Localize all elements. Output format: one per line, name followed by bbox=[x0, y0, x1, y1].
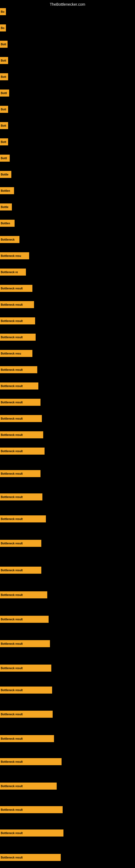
bar-5: Bott bbox=[0, 73, 8, 80]
bar-45: Bottleneck result bbox=[0, 854, 61, 861]
bar-41: Bottleneck result bbox=[0, 758, 61, 765]
bar-text-9: Bott bbox=[1, 141, 6, 144]
bar-11: Bottle bbox=[0, 171, 11, 178]
bar-22: Bottleneck resu bbox=[0, 350, 32, 357]
site-title: TheBottlenecker.com bbox=[0, 0, 135, 9]
bar-text-16: Bottleneck resu bbox=[1, 254, 21, 257]
bar-21: Bottleneck result bbox=[0, 334, 36, 341]
bar-text-25: Bottleneck result bbox=[1, 401, 23, 404]
bar-text-4: Bott bbox=[1, 59, 6, 62]
bar-text-22: Bottleneck resu bbox=[1, 352, 21, 355]
bar-text-13: Bottle bbox=[1, 206, 8, 209]
bar-text-17: Bottleneck re bbox=[1, 271, 18, 274]
bar-37: Bottleneck result bbox=[0, 686, 52, 693]
bar-text-42: Bottleneck result bbox=[1, 785, 23, 788]
bar-27: Bottleneck result bbox=[0, 431, 43, 438]
bar-text-11: Bottle bbox=[1, 173, 8, 176]
bar-20: Bottleneck result bbox=[0, 317, 35, 324]
bar-39: Bottleneck result bbox=[0, 711, 53, 718]
bar-28: Bottleneck result bbox=[0, 447, 45, 455]
bar-32: Bottleneck result bbox=[0, 540, 41, 547]
bar-19: Bottleneck result bbox=[0, 301, 34, 308]
bar-text-36: Bottleneck result bbox=[1, 642, 23, 645]
bar-text-44: Bottleneck result bbox=[1, 832, 23, 835]
bar-33: Bottleneck result bbox=[0, 567, 41, 574]
bar-2: Bo bbox=[0, 24, 6, 31]
bar-text-37: Bottleneck result bbox=[1, 689, 23, 692]
bar-30: Bottleneck result bbox=[0, 493, 42, 500]
bar-14: Bottlen bbox=[0, 220, 14, 227]
bar-18: Bottleneck result bbox=[0, 285, 32, 292]
bar-text-2: Bo bbox=[1, 27, 4, 30]
bar-text-45: Bottleneck result bbox=[1, 856, 23, 859]
bar-text-18: Bottleneck result bbox=[1, 287, 23, 290]
bar-text-27: Bottleneck result bbox=[1, 433, 23, 436]
bar-text-31: Bottleneck result bbox=[1, 518, 23, 521]
bar-24: Bottleneck result bbox=[0, 382, 38, 390]
bar-text-32: Bottleneck result bbox=[1, 542, 23, 545]
bar-text-33: Bottleneck result bbox=[1, 569, 23, 572]
bar-text-20: Bottleneck result bbox=[1, 319, 23, 322]
bar-text-43: Bottleneck result bbox=[1, 808, 23, 811]
bar-text-12: Bottlen bbox=[1, 189, 10, 192]
bar-25: Bottleneck result bbox=[0, 399, 41, 406]
bar-text-28: Bottleneck result bbox=[1, 450, 23, 453]
bar-3: Bott bbox=[0, 41, 8, 48]
bar-8: Bott bbox=[0, 122, 8, 129]
bar-text-1: Bo bbox=[1, 10, 4, 13]
bar-text-30: Bottleneck result bbox=[1, 496, 23, 499]
bar-44: Bottleneck result bbox=[0, 830, 63, 837]
bar-31: Bottleneck result bbox=[0, 516, 46, 522]
bars-container: BoBoBottBottBottBottlBottBottBottBottlBo… bbox=[0, 8, 135, 868]
bar-9: Bott bbox=[0, 138, 8, 145]
bar-13: Bottle bbox=[0, 204, 12, 211]
bar-text-24: Bottleneck result bbox=[1, 384, 23, 388]
bar-35: Bottleneck result bbox=[0, 616, 49, 623]
bar-text-8: Bott bbox=[1, 124, 6, 127]
bar-6: Bottl bbox=[0, 90, 9, 97]
bar-text-15: Bottleneck bbox=[1, 238, 14, 241]
bar-17: Bottleneck re bbox=[0, 269, 26, 276]
bar-43: Bottleneck result bbox=[0, 806, 63, 813]
bar-text-21: Bottleneck result bbox=[1, 336, 23, 339]
bar-text-29: Bottleneck result bbox=[1, 472, 23, 475]
bar-text-40: Bottleneck result bbox=[1, 737, 23, 740]
bar-text-26: Bottleneck result bbox=[1, 417, 23, 420]
bar-text-41: Bottleneck result bbox=[1, 760, 23, 763]
bar-text-23: Bottleneck result bbox=[1, 368, 23, 371]
bar-26: Bottleneck result bbox=[0, 415, 42, 422]
bar-text-14: Bottlen bbox=[1, 222, 10, 225]
bar-text-7: Bott bbox=[1, 108, 6, 111]
bar-1: Bo bbox=[0, 8, 6, 15]
bar-text-6: Bottl bbox=[1, 92, 7, 95]
bar-23: Bottleneck result bbox=[0, 366, 37, 373]
bar-36: Bottleneck result bbox=[0, 640, 50, 647]
bar-text-19: Bottleneck result bbox=[1, 303, 23, 306]
bar-34: Bottleneck result bbox=[0, 591, 47, 598]
bar-12: Bottlen bbox=[0, 187, 14, 194]
bar-text-10: Bottl bbox=[1, 157, 7, 160]
bar-40: Bottleneck result bbox=[0, 735, 54, 742]
bar-text-38: Bottleneck result bbox=[1, 667, 23, 670]
bar-15: Bottleneck bbox=[0, 236, 19, 243]
bar-29: Bottleneck result bbox=[0, 470, 41, 477]
bar-38: Bottleneck result bbox=[0, 664, 51, 672]
bar-42: Bottleneck result bbox=[0, 782, 57, 789]
bar-text-35: Bottleneck result bbox=[1, 618, 23, 621]
bar-4: Bott bbox=[0, 57, 8, 64]
bar-10: Bottl bbox=[0, 155, 10, 162]
bar-text-39: Bottleneck result bbox=[1, 713, 23, 716]
bar-text-3: Bott bbox=[1, 43, 6, 46]
bar-text-5: Bott bbox=[1, 75, 6, 79]
bar-7: Bott bbox=[0, 106, 8, 113]
bar-16: Bottleneck resu bbox=[0, 252, 29, 259]
bar-text-34: Bottleneck result bbox=[1, 593, 23, 596]
